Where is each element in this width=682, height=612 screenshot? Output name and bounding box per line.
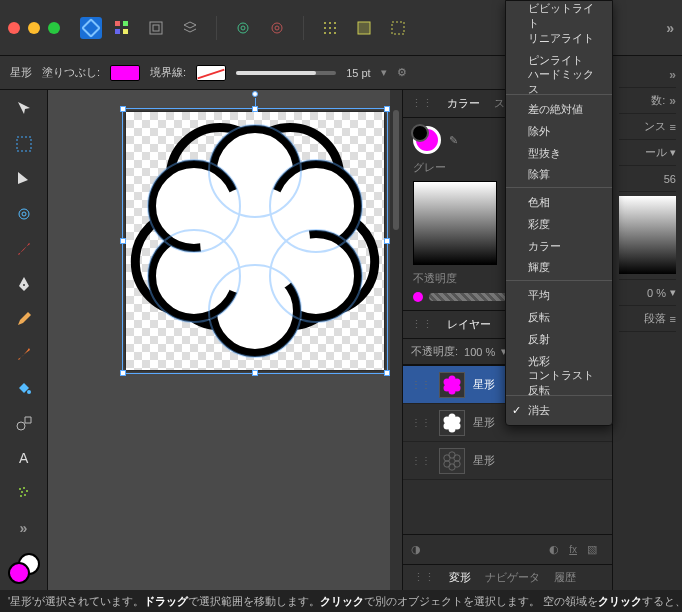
text-tool[interactable]: A	[10, 445, 38, 472]
pen-tool[interactable]	[10, 270, 38, 297]
layer-drag-icon[interactable]: ⋮⋮	[411, 455, 431, 466]
svg-point-26	[27, 390, 31, 394]
blend-mode-item[interactable]: カラー	[506, 235, 612, 257]
tab-history[interactable]: 履歴	[554, 570, 576, 585]
minimize-window[interactable]	[28, 22, 40, 34]
value-56[interactable]: 56	[664, 173, 676, 185]
color-field-2[interactable]	[619, 196, 676, 274]
color-field[interactable]	[413, 181, 497, 265]
overflow-icon[interactable]: »	[669, 94, 676, 108]
mask-icon[interactable]: ◑	[411, 543, 421, 556]
blend-mode-item[interactable]: 平均	[506, 284, 612, 306]
stroke-swatch[interactable]	[196, 65, 226, 81]
stroke-settings-gear-icon[interactable]: ⚙	[397, 66, 407, 79]
blend-mode-item[interactable]: リニアライト	[506, 27, 612, 49]
blend-mode-item[interactable]: ハードミックス	[506, 71, 612, 95]
canvas-viewport[interactable]	[48, 90, 402, 590]
tab-color[interactable]: カラー	[447, 96, 480, 111]
scale-dropdown[interactable]: ール ▾	[645, 145, 676, 160]
status-text-4: すると、	[642, 594, 682, 609]
adjustment-icon[interactable]: ◐	[549, 543, 559, 556]
brush-tool[interactable]	[10, 236, 38, 263]
pencil-tool[interactable]	[10, 305, 38, 332]
prefs-gear-icon[interactable]	[231, 16, 255, 40]
color-ring[interactable]	[413, 126, 441, 154]
layer-drag-icon[interactable]: ⋮⋮	[411, 379, 431, 390]
resize-handle-bl[interactable]	[120, 370, 126, 376]
svg-rect-19	[358, 22, 370, 34]
chevron-down-icon[interactable]: ▾	[670, 286, 676, 299]
resize-handle-bm[interactable]	[252, 370, 258, 376]
close-window[interactable]	[8, 22, 20, 34]
rotate-handle[interactable]	[252, 91, 258, 97]
fg-color-swatch[interactable]	[8, 562, 30, 584]
blend-mode-item[interactable]: 反転	[506, 306, 612, 328]
svg-point-29	[19, 488, 21, 490]
cog-tool[interactable]	[10, 201, 38, 228]
overflow-icon[interactable]: »	[669, 68, 676, 82]
snap-field-icon[interactable]	[352, 16, 376, 40]
eyedropper-icon[interactable]: ✎	[449, 134, 458, 147]
stroke-width-value[interactable]: 15 pt	[346, 67, 370, 79]
crop-icon[interactable]: ▧	[587, 543, 597, 556]
node-tool[interactable]	[10, 166, 38, 193]
fg-bg-color[interactable]	[8, 553, 40, 584]
svg-point-25	[23, 284, 25, 286]
layers-icon[interactable]	[178, 16, 202, 40]
svg-point-30	[23, 487, 25, 489]
blend-mode-label: 平均	[528, 288, 550, 303]
blend-mode-item[interactable]: 型抜き	[506, 142, 612, 164]
marquee-tool[interactable]	[10, 131, 38, 158]
count-label: 数:	[651, 93, 665, 108]
svg-point-18	[334, 32, 336, 34]
layer-drag-icon[interactable]: ⋮⋮	[411, 417, 431, 428]
blend-mode-item[interactable]: 除外	[506, 120, 612, 142]
layer-opacity-value[interactable]: 100 %	[464, 346, 495, 358]
stroke-width-slider[interactable]	[236, 71, 336, 75]
panel-menu-icon[interactable]: ≡	[670, 313, 676, 325]
tool-expand[interactable]: »	[10, 515, 38, 542]
tab-navigator[interactable]: ナビゲータ	[485, 570, 540, 585]
paragraph-label[interactable]: 段落	[644, 311, 666, 326]
panel-drag-icon[interactable]: ⋮⋮	[411, 318, 433, 331]
blend-mode-item[interactable]: 反射	[506, 328, 612, 350]
layer-name[interactable]: 星形	[473, 377, 495, 392]
svg-point-7	[241, 26, 245, 30]
panel-drag-icon[interactable]: ⋮⋮	[411, 97, 433, 110]
snap-grid-icon[interactable]	[318, 16, 342, 40]
decrement-icon[interactable]: ▾	[381, 66, 387, 79]
blend-mode-item[interactable]: 除算	[506, 164, 612, 188]
blend-mode-item[interactable]: 彩度	[506, 213, 612, 235]
persona-icon[interactable]	[110, 16, 134, 40]
move-tool[interactable]	[10, 96, 38, 123]
layer-name[interactable]: 星形	[473, 453, 495, 468]
spray-tool[interactable]	[10, 480, 38, 507]
snap-bounds-icon[interactable]	[386, 16, 410, 40]
blend-mode-item[interactable]: ビビットライト	[506, 5, 612, 27]
vertical-scrollbar[interactable]	[390, 90, 402, 590]
canvas[interactable]	[126, 112, 384, 370]
zoom-window[interactable]	[48, 22, 60, 34]
vector-brush-tool[interactable]	[10, 340, 38, 367]
svg-rect-2	[115, 29, 120, 34]
panel-menu-icon[interactable]: ≡	[670, 121, 676, 133]
blend-mode-item[interactable]: コントラスト反転	[506, 372, 612, 396]
app-logo	[80, 17, 102, 39]
fill-swatch[interactable]	[110, 65, 140, 81]
svg-rect-0	[115, 21, 120, 26]
tab-layers[interactable]: レイヤー	[447, 317, 491, 332]
doc-gear-icon[interactable]	[265, 16, 289, 40]
artboard-icon[interactable]	[144, 16, 168, 40]
blend-mode-item[interactable]: 輝度	[506, 257, 612, 281]
fill-tool[interactable]	[10, 375, 38, 402]
shape-tool[interactable]	[10, 410, 38, 437]
toolbar-overflow[interactable]: »	[666, 20, 674, 36]
blend-mode-item[interactable]: 差の絶対値	[506, 98, 612, 120]
tab-transform[interactable]: 変形	[449, 570, 471, 585]
panel-drag-icon[interactable]: ⋮⋮	[413, 571, 435, 584]
blend-mode-item[interactable]: 色相	[506, 191, 612, 213]
value-0pct[interactable]: 0 %	[647, 287, 666, 299]
blend-mode-item[interactable]: ✓消去	[506, 399, 612, 421]
layer-name[interactable]: 星形	[473, 415, 495, 430]
fx-icon[interactable]: fx	[569, 544, 577, 555]
